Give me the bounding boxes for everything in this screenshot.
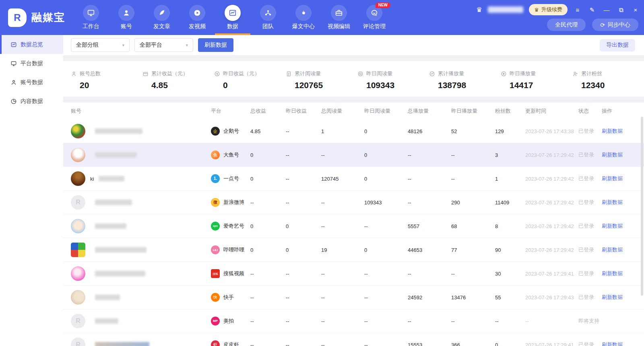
main-nav: 工作台 账号 发文章 发视频 数据 <box>73 0 392 35</box>
sidebar-label: 数据总览 <box>21 41 43 48</box>
avatar <box>71 219 85 233</box>
col-fans: 粉丝数 <box>495 107 525 115</box>
sidebar-item-content-data[interactable]: 内容数据 <box>0 92 63 111</box>
cell-total-plays: -- <box>408 176 451 182</box>
sync-center-button[interactable]: ⟳ 同步中心 <box>592 19 638 31</box>
nav-item-accounts[interactable]: 账号 <box>109 0 144 35</box>
nav-item-data[interactable]: 数据 <box>215 0 250 35</box>
scrollbar[interactable] <box>641 117 643 296</box>
sidebar: 数据总览 平台数据 账号数据 内容数据 <box>0 35 63 346</box>
cell-updated: -- <box>525 318 578 324</box>
platform-icon: 企 <box>211 127 220 136</box>
cell-total-income: -- <box>250 342 286 346</box>
table-row[interactable]: R 微新浪微博 -- -- -- 109343 -- 290 11409 202… <box>63 191 644 214</box>
close-icon[interactable]: × <box>631 7 640 13</box>
cell-total-reads: -- <box>321 223 364 229</box>
upgrade-renew-button[interactable]: ♛ 升级续费 <box>529 4 568 15</box>
minimize-icon[interactable]: — <box>602 7 611 13</box>
nav-item-video-editor[interactable]: 视频编辑 <box>321 0 357 35</box>
cell-fans: 1 <box>495 176 525 182</box>
platform-icon: 虾 <box>211 340 220 346</box>
stat-value: 120765 <box>295 80 357 90</box>
platform-name: 快手 <box>223 294 234 301</box>
table-row[interactable]: 企企鹅号 4.85 -- 1 0 48126 52 129 2023-07-26… <box>63 119 644 143</box>
table-header: 账号 平台 总收益 昨日收益 总阅读量 昨日阅读量 总播放量 昨日播放量 粉丝数… <box>63 103 644 119</box>
nav-item-publish-video[interactable]: 发视频 <box>180 0 215 35</box>
platform-name: 皮皮虾 <box>223 341 239 346</box>
export-data-button[interactable]: 导出数据 <box>600 39 635 51</box>
cell-updated: 2023-07-26 17:29:42 <box>525 152 578 158</box>
menu-icon[interactable]: ≡ <box>573 7 582 13</box>
sidebar-item-account-data[interactable]: 账号数据 <box>0 73 63 92</box>
status-badge: 已登录 <box>578 294 602 301</box>
nav-item-hot-articles[interactable]: 爆文中心 <box>286 0 321 35</box>
sidebar-item-data-overview[interactable]: 数据总览 <box>0 35 63 54</box>
cell-yesterday-income: -- <box>286 200 321 206</box>
refresh-data-button[interactable]: 刷新数据 <box>198 38 233 52</box>
refresh-row-link[interactable]: 刷新数据 <box>602 247 623 253</box>
restore-icon[interactable]: ⧉ <box>617 7 625 13</box>
cell-total-plays: 5557 <box>408 223 451 229</box>
table-row[interactable]: 鱼大鱼号 0 -- -- 0 -- -- 3 2023-07-26 17:29:… <box>63 143 644 167</box>
col-yesterday-reads: 昨日阅读量 <box>364 107 408 115</box>
edit-icon[interactable]: ✎ <box>588 7 597 13</box>
platform-name: 哔哩哔哩 <box>223 246 244 253</box>
national-agent-button[interactable]: 全民代理 <box>547 19 586 31</box>
cell-yesterday-income: 0 <box>286 223 321 229</box>
avatar <box>71 148 85 162</box>
toolbox-icon <box>331 5 347 21</box>
stat-label: 累计阅读量 <box>295 70 321 77</box>
nav-item-team[interactable]: 团队 <box>250 0 286 35</box>
table-row[interactable]: IQIYI爱奇艺号 0 0 -- -- 5557 68 8 2023-07-26… <box>63 214 644 238</box>
table-row[interactable]: ki 1.一点号 0 -- 120745 0 -- -- 1 2023-07-2… <box>63 167 644 191</box>
table-row[interactable]: 快快手 -- -- -- -- 24592 13476 55 2023-07-2… <box>63 286 644 309</box>
table-row[interactable]: LiLi哔哩哔哩 0 0 19 0 44653 77 90 2023-07-26… <box>63 238 644 262</box>
flame-icon <box>295 5 312 21</box>
logo-icon: R <box>8 8 27 27</box>
cell-yesterday-plays: 68 <box>451 223 495 229</box>
refresh-row-link[interactable]: 刷新数据 <box>602 294 623 300</box>
refresh-row-link[interactable]: 刷新数据 <box>602 128 623 134</box>
nav-label: 账号 <box>121 23 132 30</box>
refresh-row-link[interactable]: 刷新数据 <box>602 152 623 158</box>
col-yesterday-income: 昨日收益 <box>286 107 321 115</box>
filter-bar: 全部分组 ▾ 全部平台 ▾ 刷新数据 导出数据 <box>63 35 644 55</box>
upgrade-label: 升级续费 <box>541 6 562 13</box>
nav-item-comments[interactable]: NEW 评论管理 <box>357 0 392 35</box>
stat-total-plays: 累计播放量 138798 <box>429 61 501 97</box>
refresh-row-link[interactable]: 刷新数据 <box>602 175 623 181</box>
platform-select[interactable]: 全部平台 ▾ <box>134 38 193 52</box>
cell-updated: 2023-07-26 17:29:41 <box>525 271 578 277</box>
refresh-row-link[interactable]: 刷新数据 <box>602 270 623 276</box>
group-select[interactable]: 全部分组 ▾ <box>71 38 130 52</box>
nav-item-workbench[interactable]: 工作台 <box>73 0 109 35</box>
stat-yesterday-plays: 昨日播放量 14417 <box>501 61 572 97</box>
accounts-table: 账号 平台 总收益 昨日收益 总阅读量 昨日阅读量 总播放量 昨日播放量 粉丝数… <box>63 103 644 346</box>
avatar <box>71 243 85 257</box>
stat-label: 昨日收益（元） <box>223 70 260 77</box>
nav-item-publish-article[interactable]: 发文章 <box>144 0 180 35</box>
table-row[interactable]: R MP美拍 -- -- -- -- -- -- -- -- 即将支持 <box>63 309 644 333</box>
nav-label: 发文章 <box>153 23 170 30</box>
stat-yesterday-reads: 昨日阅读量 109343 <box>357 61 429 97</box>
cell-updated: 2023-07-26 17:29:42 <box>525 223 578 229</box>
account-name-masked <box>95 271 145 276</box>
cell-total-plays: 44653 <box>408 247 451 253</box>
refresh-row-link[interactable]: 刷新数据 <box>602 223 623 229</box>
cell-total-income: 4.85 <box>250 128 286 134</box>
stat-value: 4.85 <box>151 80 214 90</box>
cell-total-reads: -- <box>321 271 364 277</box>
table-row[interactable]: R 虾皮皮虾 -- -- -- -- 15553 366 0 2023-07-2… <box>63 333 644 346</box>
table-row[interactable]: 搜狐搜狐视频 -- -- -- -- -- -- 30 2023-07-26 1… <box>63 262 644 286</box>
chevron-down-icon: ▾ <box>122 43 124 48</box>
cell-updated: 2023-07-26 17:29:42 <box>525 247 578 253</box>
sidebar-item-platform-data[interactable]: 平台数据 <box>0 54 63 73</box>
wallet-icon <box>142 71 149 77</box>
refresh-row-link[interactable]: 刷新数据 <box>602 199 623 205</box>
refresh-row-link[interactable]: 刷新数据 <box>602 342 623 346</box>
cell-yesterday-reads: 0 <box>364 128 408 134</box>
cell-total-plays: 48126 <box>408 128 451 134</box>
cell-yesterday-income: -- <box>286 176 321 182</box>
cell-total-plays: -- <box>408 318 451 324</box>
col-total-income: 总收益 <box>250 107 286 115</box>
